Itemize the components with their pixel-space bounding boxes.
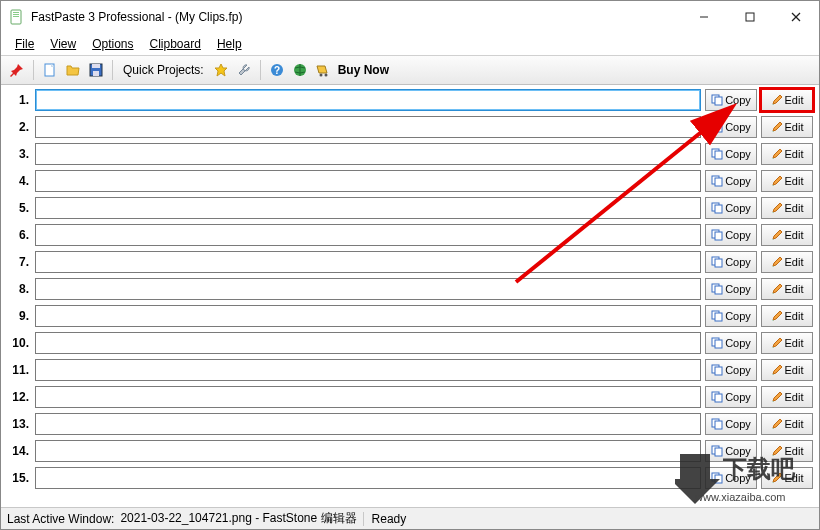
row-number: 11. xyxy=(7,363,31,377)
clip-row: 7.CopyEdit xyxy=(5,248,815,275)
copy-icon xyxy=(711,418,723,430)
copy-button[interactable]: Copy xyxy=(705,413,757,435)
menu-options[interactable]: Options xyxy=(84,35,141,53)
clip-field[interactable] xyxy=(35,89,701,111)
copy-button[interactable]: Copy xyxy=(705,251,757,273)
svg-text:?: ? xyxy=(274,65,280,76)
copy-button[interactable]: Copy xyxy=(705,332,757,354)
clip-row: 13.CopyEdit xyxy=(5,410,815,437)
clip-field[interactable] xyxy=(35,332,701,354)
copy-label: Copy xyxy=(725,256,751,268)
close-button[interactable] xyxy=(773,2,819,32)
edit-label: Edit xyxy=(785,229,804,241)
copy-button[interactable]: Copy xyxy=(705,197,757,219)
edit-button[interactable]: Edit xyxy=(761,116,813,138)
clip-field[interactable] xyxy=(35,305,701,327)
copy-button[interactable]: Copy xyxy=(705,143,757,165)
copy-icon xyxy=(711,175,723,187)
row-number: 3. xyxy=(7,147,31,161)
copy-icon xyxy=(711,202,723,214)
copy-button[interactable]: Copy xyxy=(705,359,757,381)
pin-icon[interactable] xyxy=(7,60,27,80)
edit-label: Edit xyxy=(785,418,804,430)
clip-field[interactable] xyxy=(35,467,701,489)
new-file-icon[interactable] xyxy=(40,60,60,80)
edit-button[interactable]: Edit xyxy=(761,251,813,273)
copy-button[interactable]: Copy xyxy=(705,305,757,327)
clip-field[interactable] xyxy=(35,440,701,462)
copy-label: Copy xyxy=(725,202,751,214)
edit-button[interactable]: Edit xyxy=(761,386,813,408)
edit-button[interactable]: Edit xyxy=(761,278,813,300)
buy-now-label[interactable]: Buy Now xyxy=(338,63,389,77)
star-icon[interactable] xyxy=(211,60,231,80)
copy-button[interactable]: Copy xyxy=(705,467,757,489)
copy-icon xyxy=(711,391,723,403)
edit-icon xyxy=(771,472,783,484)
svg-point-16 xyxy=(324,74,327,77)
row-number: 7. xyxy=(7,255,31,269)
menu-file[interactable]: File xyxy=(7,35,42,53)
open-folder-icon[interactable] xyxy=(63,60,83,80)
statusbar: Last Active Window: 2021-03-22_104721.pn… xyxy=(1,507,819,529)
minimize-button[interactable] xyxy=(681,2,727,32)
edit-button[interactable]: Edit xyxy=(761,440,813,462)
menu-help[interactable]: Help xyxy=(209,35,250,53)
edit-label: Edit xyxy=(785,94,804,106)
svg-point-15 xyxy=(319,74,322,77)
edit-icon xyxy=(771,283,783,295)
globe-icon[interactable] xyxy=(290,60,310,80)
svg-rect-10 xyxy=(92,64,100,68)
copy-label: Copy xyxy=(725,229,751,241)
edit-button[interactable]: Edit xyxy=(761,359,813,381)
clip-field[interactable] xyxy=(35,116,701,138)
maximize-button[interactable] xyxy=(727,2,773,32)
clip-row: 8.CopyEdit xyxy=(5,275,815,302)
svg-rect-5 xyxy=(746,13,754,21)
edit-button[interactable]: Edit xyxy=(761,413,813,435)
copy-button[interactable]: Copy xyxy=(705,440,757,462)
copy-button[interactable]: Copy xyxy=(705,170,757,192)
edit-button[interactable]: Edit xyxy=(761,332,813,354)
clip-field[interactable] xyxy=(35,224,701,246)
wrench-icon[interactable] xyxy=(234,60,254,80)
clip-field[interactable] xyxy=(35,143,701,165)
edit-button[interactable]: Edit xyxy=(761,197,813,219)
edit-button[interactable]: Edit xyxy=(761,467,813,489)
copy-button[interactable]: Copy xyxy=(705,89,757,111)
edit-button[interactable]: Edit xyxy=(761,170,813,192)
edit-label: Edit xyxy=(785,148,804,160)
copy-icon xyxy=(711,256,723,268)
clip-field[interactable] xyxy=(35,386,701,408)
edit-icon xyxy=(771,418,783,430)
copy-button[interactable]: Copy xyxy=(705,116,757,138)
clip-field[interactable] xyxy=(35,197,701,219)
clips-list: 1.CopyEdit2.CopyEdit3.CopyEdit4.CopyEdit… xyxy=(5,86,815,507)
cart-icon[interactable] xyxy=(313,60,333,80)
menu-view[interactable]: View xyxy=(42,35,84,53)
save-icon[interactable] xyxy=(86,60,106,80)
edit-icon xyxy=(771,229,783,241)
row-number: 12. xyxy=(7,390,31,404)
clip-field[interactable] xyxy=(35,278,701,300)
svg-rect-30 xyxy=(715,259,722,267)
copy-button[interactable]: Copy xyxy=(705,278,757,300)
help-icon[interactable]: ? xyxy=(267,60,287,80)
menu-clipboard[interactable]: Clipboard xyxy=(142,35,209,53)
svg-rect-46 xyxy=(715,475,722,483)
edit-button[interactable]: Edit xyxy=(761,224,813,246)
clip-row: 2.CopyEdit xyxy=(5,113,815,140)
clip-row: 14.CopyEdit xyxy=(5,437,815,464)
clip-field[interactable] xyxy=(35,359,701,381)
clip-field[interactable] xyxy=(35,251,701,273)
edit-button[interactable]: Edit xyxy=(761,143,813,165)
edit-button[interactable]: Edit xyxy=(761,89,813,111)
svg-rect-11 xyxy=(93,71,99,76)
copy-button[interactable]: Copy xyxy=(705,386,757,408)
edit-button[interactable]: Edit xyxy=(761,305,813,327)
copy-button[interactable]: Copy xyxy=(705,224,757,246)
copy-icon xyxy=(711,94,723,106)
clip-field[interactable] xyxy=(35,413,701,435)
clip-field[interactable] xyxy=(35,170,701,192)
copy-label: Copy xyxy=(725,337,751,349)
